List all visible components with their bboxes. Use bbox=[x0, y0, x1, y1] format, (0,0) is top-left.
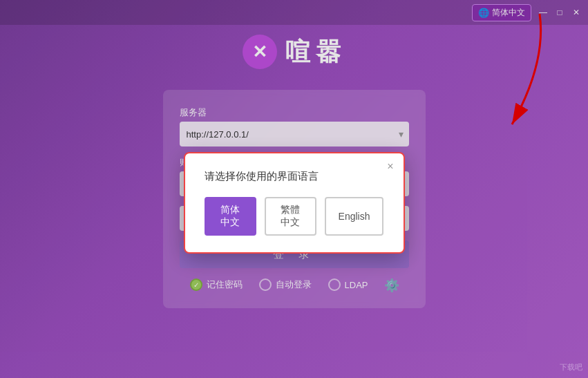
simplified-chinese-button[interactable]: 简体中文 bbox=[205, 197, 256, 236]
dialog-overlay: 请选择你使用的界面语言 × 简体中文 繁體中文 English bbox=[0, 0, 588, 378]
watermark: 下载吧 bbox=[560, 362, 582, 372]
dialog-language-buttons: 简体中文 繁體中文 English bbox=[205, 197, 384, 236]
dialog-title: 请选择你使用的界面语言 bbox=[205, 170, 384, 183]
english-button[interactable]: English bbox=[325, 197, 384, 236]
traditional-chinese-button[interactable]: 繁體中文 bbox=[265, 197, 316, 236]
language-dialog: 请选择你使用的界面语言 × 简体中文 繁體中文 English bbox=[184, 152, 405, 254]
dialog-close-button[interactable]: × bbox=[387, 160, 393, 173]
